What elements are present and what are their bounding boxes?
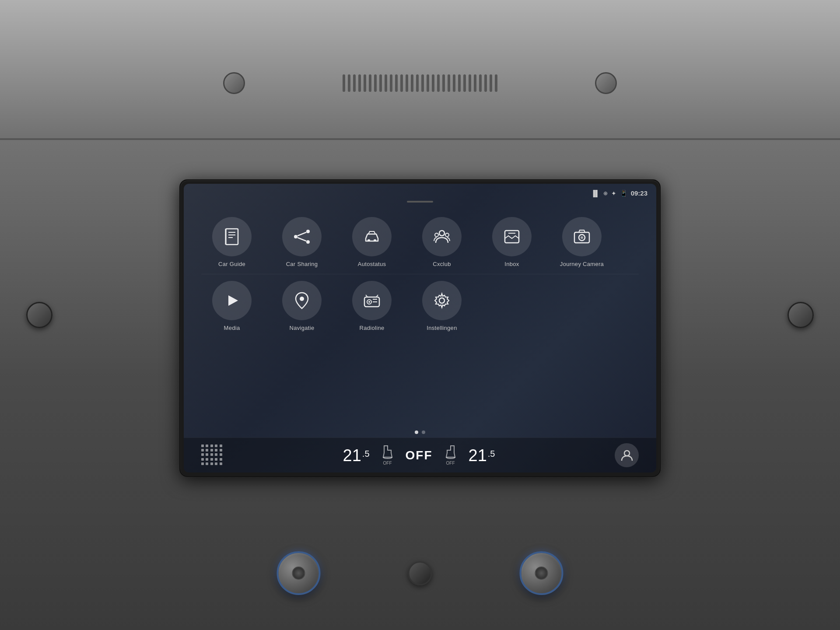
left-rotary-knob[interactable] [277, 551, 321, 595]
app-item-instellingen[interactable]: Instellingen [411, 281, 472, 331]
cxclub-icon-circle[interactable] [422, 217, 462, 256]
autostatus-icon-circle[interactable] [352, 217, 392, 256]
app-row-1: Car Guide [201, 210, 639, 274]
grid-menu-icon [201, 444, 223, 466]
vent-button-left[interactable] [223, 72, 245, 94]
book-icon [222, 227, 242, 246]
right-rotary-inner [535, 567, 548, 580]
svg-point-21 [300, 297, 304, 301]
svg-point-13 [435, 233, 438, 237]
left-seat-off-label: OFF [383, 461, 392, 466]
app-item-inbox[interactable]: Inbox [481, 217, 542, 267]
app-item-autostatus[interactable]: Autostatus [341, 217, 402, 267]
svg-marker-20 [228, 295, 238, 306]
right-temp-display[interactable]: 21 .5 [469, 447, 495, 464]
seat-left-icon [381, 445, 395, 461]
pin-icon [292, 291, 312, 310]
right-seat-heat[interactable]: OFF [444, 445, 458, 466]
infotainment-screen: ▐▌ ⊕ ✦ 📱 09:23 [184, 184, 656, 472]
journey-camera-label: Journey Camera [560, 261, 604, 267]
page-dot-2[interactable] [422, 430, 425, 434]
svg-line-9 [298, 238, 306, 241]
phone-icon: 📱 [620, 190, 627, 197]
inbox-label: Inbox [504, 261, 519, 267]
right-temp-value: 21 [469, 447, 487, 464]
menu-button[interactable] [201, 444, 223, 466]
svg-line-8 [298, 232, 306, 236]
bottom-control-bar: 21 .5 OFF OFF [184, 438, 656, 472]
autostatus-label: Autostatus [358, 261, 386, 267]
svg-point-24 [368, 301, 370, 303]
svg-point-7 [306, 240, 310, 244]
seat-right-icon [444, 445, 458, 461]
bluetooth-icon: ✦ [611, 190, 616, 197]
drag-indicator [407, 201, 433, 203]
svg-rect-10 [368, 239, 370, 242]
app-item-navigatie[interactable]: Navigatie [271, 281, 332, 331]
infotainment-screen-wrapper: ▐▌ ⊕ ✦ 📱 09:23 [179, 179, 661, 477]
screen-bezel: ▐▌ ⊕ ✦ 📱 09:23 [179, 179, 661, 477]
svg-point-30 [624, 451, 630, 456]
left-control-knob[interactable] [26, 302, 52, 328]
svg-point-12 [439, 231, 444, 236]
svg-rect-11 [374, 239, 376, 242]
app-row-2: Media Navigatie [201, 274, 639, 338]
dashboard-top [0, 0, 840, 140]
car-guide-icon-circle[interactable] [212, 217, 252, 256]
left-rotary-inner [292, 567, 305, 580]
page-dot-1[interactable] [415, 430, 418, 434]
home-button[interactable] [408, 561, 432, 585]
wifi-icon: ⊕ [603, 190, 608, 196]
right-seat-off-label: OFF [446, 461, 455, 466]
svg-point-5 [294, 235, 298, 238]
svg-point-6 [306, 230, 310, 233]
instellingen-icon-circle[interactable] [422, 281, 462, 320]
left-temp-display[interactable]: 21 .5 [343, 447, 370, 464]
profile-button[interactable] [615, 443, 639, 467]
camera-icon [572, 227, 592, 246]
app-grid: Car Guide [184, 206, 656, 427]
car-sharing-icon-circle[interactable] [282, 217, 322, 256]
people-icon [432, 227, 452, 246]
climate-off-label[interactable]: OFF [406, 448, 433, 462]
svg-point-14 [445, 233, 449, 237]
media-icon-circle[interactable] [212, 281, 252, 320]
cxclub-label: Cxclub [433, 261, 451, 267]
app-item-cxclub[interactable]: Cxclub [411, 217, 472, 267]
app-item-media[interactable]: Media [201, 281, 262, 331]
left-temp-value: 21 [343, 447, 361, 464]
app-item-car-sharing[interactable]: Car Sharing [271, 217, 332, 267]
instellingen-label: Instellingen [427, 325, 457, 331]
vent-button-right[interactable] [595, 72, 617, 94]
status-bar: ▐▌ ⊕ ✦ 📱 09:23 [184, 184, 656, 199]
left-panel [26, 302, 52, 328]
play-icon [222, 291, 242, 310]
car-dashboard: ▐▌ ⊕ ✦ 📱 09:23 [0, 0, 840, 630]
right-control-knob[interactable] [788, 302, 814, 328]
profile-icon [620, 448, 634, 462]
inbox-icon-circle[interactable] [492, 217, 532, 256]
app-item-journey-camera[interactable]: Journey Camera [551, 217, 612, 267]
air-vents-top [223, 70, 617, 96]
climate-controls: 21 .5 OFF OFF [223, 445, 615, 466]
page-indicators [184, 427, 656, 438]
settings-icon [432, 291, 452, 310]
app-item-radioline[interactable]: Radioline [341, 281, 402, 331]
right-panel [788, 302, 814, 328]
right-temp-fraction: .5 [488, 449, 495, 459]
journey-camera-icon-circle[interactable] [562, 217, 602, 256]
status-time: 09:23 [631, 189, 648, 197]
car-sharing-label: Car Sharing [286, 261, 318, 267]
radioline-label: Radioline [360, 325, 385, 331]
left-seat-heat[interactable]: OFF [381, 445, 395, 466]
app-item-car-guide[interactable]: Car Guide [201, 217, 262, 267]
car-guide-label: Car Guide [218, 261, 245, 267]
radioline-icon-circle[interactable] [352, 281, 392, 320]
right-rotary-knob[interactable] [520, 551, 564, 595]
profile-section[interactable] [615, 443, 639, 467]
physical-controls [277, 551, 564, 595]
navigatie-icon-circle[interactable] [282, 281, 322, 320]
signal-icon: ▐▌ [591, 190, 600, 197]
inbox-icon [502, 227, 522, 246]
car-icon [362, 227, 382, 246]
